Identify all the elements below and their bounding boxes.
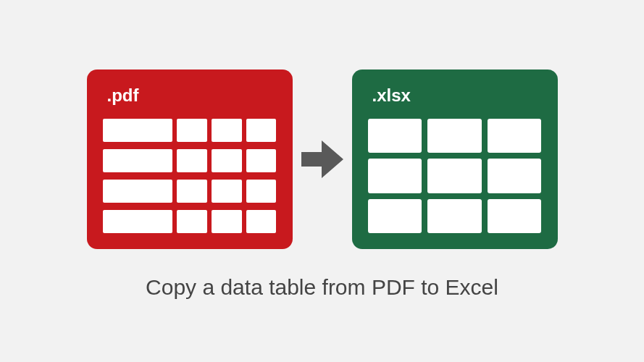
xlsx-cell xyxy=(488,199,542,233)
pdf-cell xyxy=(246,180,277,203)
xlsx-card: .xlsx xyxy=(352,70,558,249)
pdf-cell xyxy=(212,180,242,203)
xlsx-cell xyxy=(368,119,422,153)
pdf-label: .pdf xyxy=(107,85,277,106)
diagram-row: .pdf .xlsx xyxy=(87,70,558,249)
arrow-icon xyxy=(301,136,343,182)
pdf-cell xyxy=(103,149,172,172)
xlsx-cell xyxy=(368,159,422,193)
pdf-cell xyxy=(103,210,172,233)
xlsx-label: .xlsx xyxy=(372,85,542,106)
xlsx-cell xyxy=(427,159,482,193)
pdf-cell xyxy=(177,149,207,172)
pdf-cell xyxy=(103,180,172,203)
pdf-cell xyxy=(177,119,207,142)
pdf-cell xyxy=(246,210,277,233)
pdf-cell xyxy=(177,180,207,203)
xlsx-grid xyxy=(368,119,542,233)
xlsx-cell xyxy=(427,119,482,153)
pdf-grid xyxy=(103,119,277,233)
xlsx-cell xyxy=(488,159,542,193)
xlsx-cell xyxy=(368,199,422,233)
xlsx-cell xyxy=(488,119,542,153)
pdf-cell xyxy=(212,210,242,233)
pdf-cell xyxy=(177,210,207,233)
pdf-cell xyxy=(246,119,277,142)
pdf-cell xyxy=(212,149,242,172)
pdf-cell xyxy=(212,119,242,142)
pdf-cell xyxy=(246,149,277,172)
pdf-cell xyxy=(103,119,172,142)
xlsx-cell xyxy=(427,199,482,233)
caption-text: Copy a data table from PDF to Excel xyxy=(146,275,498,300)
pdf-card: .pdf xyxy=(87,70,293,249)
